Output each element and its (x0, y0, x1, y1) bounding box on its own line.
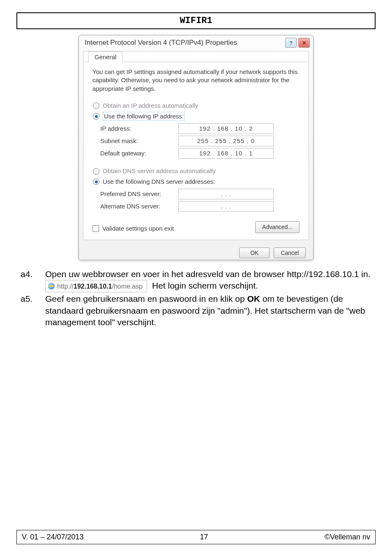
radio-label: Use the following IP address: (103, 112, 185, 121)
radio-obtain-dns-auto[interactable]: Obtain DNS server address automatically (93, 167, 299, 176)
address-bar: http://192.168.10.1/home.asp (45, 280, 147, 292)
footer-version: V. 01 – 24/07/2013 (22, 533, 83, 541)
checkbox-icon (92, 225, 99, 232)
input-alternate-dns[interactable]: . . . (178, 201, 274, 212)
footer-page-number: 17 (200, 533, 208, 541)
label-alternate-dns: Alternate DNS server: (100, 202, 178, 210)
step-number: a5. (21, 293, 39, 328)
footer-copyright: ©Velleman nv (325, 533, 370, 541)
page-footer: V. 01 – 24/07/2013 17 ©Velleman nv (16, 530, 376, 544)
radio-icon (93, 102, 99, 109)
step-text: Open uw webbrowser en voer in het adresv… (45, 268, 370, 293)
radio-icon (93, 168, 99, 175)
step-number: a4. (21, 268, 39, 293)
label-preferred-dns: Preferred DNS server: (100, 190, 178, 198)
input-default-gateway[interactable]: 192 . 168 . 10 . 1 (178, 148, 274, 159)
label-default-gateway: Default gateway: (100, 149, 178, 157)
radio-label: Use the following DNS server addresses: (103, 178, 215, 186)
dialog-description: You can get IP settings assigned automat… (92, 68, 300, 93)
dialog-title: Internet Protocol Version 4 (TCP/IPv4) P… (85, 39, 237, 47)
checkbox-label: Validate settings upon exit (102, 224, 174, 233)
label-ip-address: IP address: (100, 125, 178, 133)
input-preferred-dns[interactable]: . . . (178, 189, 274, 199)
radio-use-following-ip[interactable]: Use the following IP address: (93, 112, 299, 121)
advanced-button[interactable]: Advanced... (255, 221, 300, 233)
ie-icon (48, 283, 55, 289)
label-subnet-mask: Subnet mask: (100, 137, 178, 145)
cancel-button[interactable]: Cancel (274, 247, 306, 258)
radio-label: Obtain an IP address automatically (103, 102, 198, 110)
close-button[interactable]: ✕ (298, 38, 310, 48)
input-ip-address[interactable]: 192 . 168 . 10 . 2 (178, 123, 274, 134)
radio-icon (93, 113, 99, 120)
help-button[interactable]: ? (285, 38, 297, 48)
radio-use-following-dns[interactable]: Use the following DNS server addresses: (93, 178, 299, 186)
ok-button[interactable]: OK (239, 247, 270, 258)
radio-label: Obtain DNS server address automatically (103, 167, 216, 176)
ipv4-properties-dialog: Internet Protocol Version 4 (TCP/IPv4) P… (78, 35, 314, 260)
tab-general[interactable]: General (88, 51, 122, 62)
input-subnet-mask[interactable]: 255 . 255 . 255 . 0 (178, 136, 274, 146)
radio-obtain-ip-auto[interactable]: Obtain an IP address automatically (93, 102, 299, 110)
document-body: a4. Open uw webbrowser en voer in het ad… (21, 268, 371, 328)
checkbox-validate-on-exit[interactable]: Validate settings upon exit (92, 224, 174, 233)
page-header: WIFIR1 (16, 12, 376, 29)
step-text: Geef een gebruikersnaam en paswoord in e… (45, 293, 371, 328)
radio-icon (93, 178, 99, 185)
